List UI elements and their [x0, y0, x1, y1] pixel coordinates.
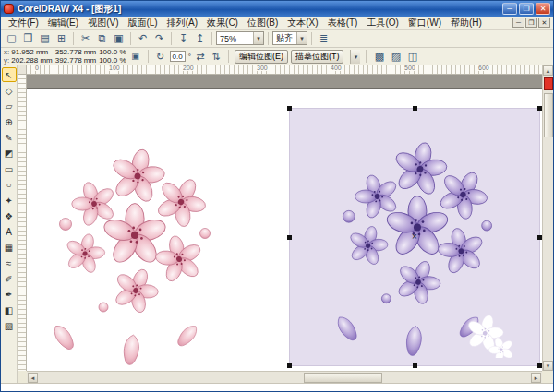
vertical-scroll-thumb[interactable] — [544, 93, 553, 137]
menu-view[interactable]: 视图(V) — [83, 17, 123, 30]
blend-tool[interactable]: ≈ — [2, 255, 17, 270]
horizontal-scroll-thumb[interactable] — [304, 373, 382, 383]
toolbar-separator — [148, 50, 149, 63]
print-button[interactable]: ⊞ — [54, 30, 69, 46]
menu-text[interactable]: 文本(X) — [283, 17, 322, 30]
selection-center-marker[interactable]: × — [412, 233, 417, 241]
edit-bitmap-button[interactable]: 编辑位图(E) — [235, 50, 288, 64]
zoom-tool[interactable]: ⊕ — [2, 114, 17, 129]
selection-handle-top-left[interactable] — [287, 106, 292, 111]
minimize-button[interactable]: ─ — [502, 3, 517, 15]
rectangle-tool[interactable]: ▭ — [2, 161, 17, 176]
chevron-down-icon[interactable]: ▾ — [296, 32, 307, 44]
menu-tools[interactable]: 工具(O) — [362, 17, 403, 30]
scroll-down-icon[interactable]: ▼ — [543, 361, 553, 371]
zoom-level-select[interactable]: 75% ▾ — [216, 31, 264, 45]
vertical-scrollbar[interactable]: ▲ ▼ — [542, 65, 553, 371]
eyedropper-tool[interactable]: ✐ — [2, 271, 17, 286]
pick-tool[interactable]: ↖ — [2, 67, 17, 82]
position-y-field[interactable]: y:202.288 mm — [4, 56, 53, 65]
mirror-vertical-button[interactable]: ⇅ — [210, 50, 223, 63]
paste-button[interactable]: ▣ — [111, 30, 126, 46]
scale-y-field[interactable]: 100.0 % — [99, 56, 126, 65]
close-button[interactable]: ✕ — [536, 3, 550, 15]
selection-handle-bottom-middle[interactable] — [413, 363, 417, 368]
degree-sign: ° — [188, 53, 191, 61]
redo-button[interactable]: ↷ — [151, 30, 167, 46]
menu-file[interactable]: 文件(F) — [4, 17, 43, 30]
scale-x-field[interactable]: 100.0 % — [99, 48, 126, 56]
trace-bitmap-button[interactable]: 描摹位图(T) — [291, 50, 344, 64]
text-tool[interactable]: A — [2, 224, 17, 239]
smart-fill-tool[interactable]: ◩ — [2, 146, 17, 160]
bitmap-straighten-button[interactable]: ◫ — [405, 50, 419, 64]
object-scale-fields: 100.0 % 100.0 % — [99, 48, 126, 65]
ruler-label: 100 — [108, 65, 121, 71]
color-swatch-red[interactable] — [544, 77, 553, 90]
menu-bitmaps[interactable]: 位图(B) — [243, 17, 283, 30]
undo-button[interactable]: ↶ — [135, 30, 151, 46]
shape-tool[interactable]: ◇ — [2, 83, 17, 98]
freehand-tool[interactable]: ✎ — [2, 130, 17, 145]
polygon-tool[interactable]: ✦ — [2, 193, 17, 208]
table-tool[interactable]: ▦ — [2, 240, 17, 255]
object-height-field[interactable]: 392.778 mm — [55, 56, 96, 65]
selection-handle-top-middle[interactable] — [413, 106, 417, 111]
purple-image[interactable]: × — [289, 108, 540, 366]
fill-tool[interactable]: ◧ — [2, 303, 17, 317]
interactive-fill-tool[interactable]: ▧ — [2, 318, 17, 333]
toolbar-separator — [228, 50, 229, 63]
menu-edit[interactable]: 编辑(E) — [43, 17, 83, 30]
vertical-ruler[interactable] — [18, 75, 27, 371]
basic-shapes-tool[interactable]: ❖ — [2, 208, 17, 223]
crop-tool[interactable]: ▱ — [2, 99, 17, 113]
rotation-angle-field[interactable]: 0.0 — [170, 51, 186, 62]
document-restore-button[interactable]: ❐ — [525, 18, 537, 28]
menu-table[interactable]: 表格(T) — [323, 17, 363, 30]
horizontal-ruler[interactable]: 0 100 200 300 400 500 600 — [27, 65, 542, 75]
scroll-right-icon[interactable]: ► — [531, 373, 541, 383]
scroll-up-icon[interactable]: ▲ — [543, 65, 553, 76]
position-x-label: x: — [4, 48, 9, 56]
ellipse-tool[interactable]: ○ — [2, 177, 17, 192]
menu-window[interactable]: 窗口(W) — [403, 17, 446, 30]
bitmap-resample-button[interactable]: ▩ — [372, 50, 386, 64]
snap-to-dropdown[interactable]: 贴齐 ▾ — [272, 31, 307, 45]
maximize-button[interactable]: ❐ — [519, 3, 534, 15]
export-button[interactable]: ↥ — [192, 30, 208, 46]
open-button[interactable]: ❒ — [20, 30, 36, 46]
object-width-field[interactable]: 352.778 mm — [55, 48, 96, 56]
document-minimize-button[interactable]: ─ — [512, 18, 524, 28]
pink-flower-image[interactable] — [41, 123, 225, 367]
outline-pen-tool[interactable]: ✒ — [2, 287, 17, 302]
ruler-origin-corner[interactable] — [18, 65, 27, 75]
save-button[interactable]: ▤ — [37, 30, 53, 46]
bitmap-mode-button[interactable]: ▨ — [389, 50, 403, 64]
menu-layout[interactable]: 版面(L) — [123, 17, 162, 30]
scroll-left-icon[interactable]: ◄ — [28, 373, 38, 383]
rotate-icon: ↻ — [154, 50, 167, 63]
zoom-level-value: 75% — [220, 34, 236, 43]
app-logo-icon — [4, 4, 14, 14]
drawing-canvas[interactable]: × — [27, 75, 542, 371]
options-button[interactable]: ≣ — [316, 30, 331, 46]
menu-bar: 文件(F) 编辑(E) 视图(V) 版面(L) 排列(A) 效果(C) 位图(B… — [1, 17, 553, 30]
chevron-down-icon[interactable]: ▾ — [350, 50, 360, 64]
chevron-down-icon[interactable]: ▾ — [253, 32, 263, 44]
menu-arrange[interactable]: 排列(A) — [163, 17, 202, 30]
selection-handle-bottom-left[interactable] — [287, 363, 292, 368]
window-title: CorelDRAW X4 - [图形1] — [18, 3, 500, 16]
import-button[interactable]: ↧ — [175, 30, 191, 46]
cut-button[interactable]: ✂ — [78, 30, 93, 46]
lock-ratio-icon[interactable]: ▣ — [129, 50, 142, 63]
mirror-horizontal-button[interactable]: ⇄ — [194, 50, 207, 63]
menu-effects[interactable]: 效果(C) — [202, 17, 243, 30]
property-bar: x:91.952 mm y:202.288 mm 352.778 mm 392.… — [1, 48, 553, 65]
new-document-button[interactable]: ▢ — [4, 30, 19, 46]
copy-button[interactable]: ⧉ — [94, 30, 110, 46]
horizontal-scrollbar[interactable]: ◄ ► — [27, 371, 542, 383]
selection-handle-middle-left[interactable] — [287, 235, 292, 240]
menu-help[interactable]: 帮助(H) — [446, 17, 487, 30]
document-close-button[interactable]: ✕ — [538, 18, 550, 28]
position-x-field[interactable]: x:91.952 mm — [4, 48, 53, 56]
